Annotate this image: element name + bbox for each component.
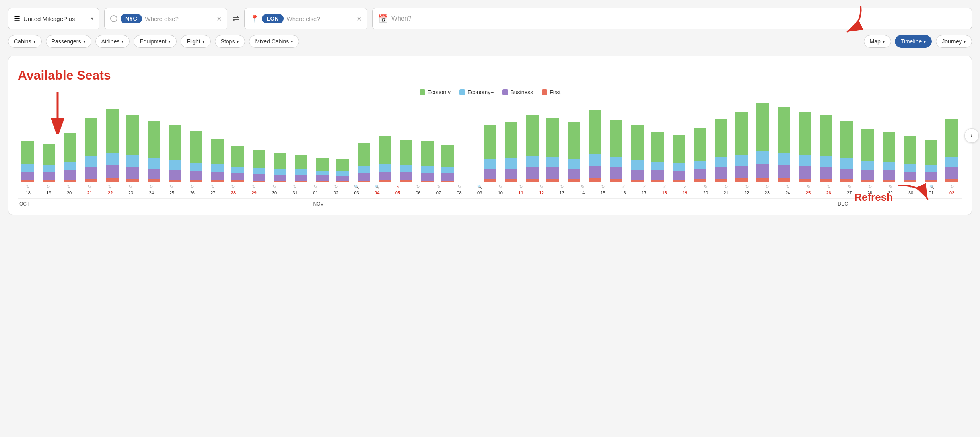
bar-action-icon[interactable]: ✓: [675, 185, 695, 189]
bar-column[interactable]: [291, 155, 311, 182]
bar-column[interactable]: [354, 143, 374, 182]
bar-action-icon[interactable]: ✓: [655, 185, 675, 189]
bar-column[interactable]: [312, 158, 332, 182]
destination-input[interactable]: 📍 LON Where else? ✕: [244, 8, 368, 29]
date-label[interactable]: 27: [839, 190, 859, 195]
bar-column[interactable]: [249, 150, 269, 182]
bar-action-icon[interactable]: ↻: [18, 185, 38, 189]
date-label[interactable]: 04: [367, 190, 387, 195]
bar-column[interactable]: [858, 129, 878, 182]
bar-column[interactable]: [669, 135, 689, 182]
filter-passengers[interactable]: Passengers ▾: [46, 35, 91, 48]
bar-action-icon[interactable]: ↻: [429, 185, 449, 189]
bar-action-icon[interactable]: ✕: [388, 185, 408, 189]
origin-input[interactable]: NYC Where else? ✕: [104, 8, 228, 29]
filter-map[interactable]: Map ▾: [864, 35, 891, 48]
bar-column[interactable]: [501, 122, 521, 182]
date-label[interactable]: 02: [326, 190, 346, 195]
bar-action-icon[interactable]: ↻: [881, 185, 901, 189]
date-label[interactable]: 01: [305, 190, 326, 195]
bar-column[interactable]: [732, 112, 752, 182]
date-label[interactable]: 10: [490, 190, 511, 195]
date-label[interactable]: 02: [941, 190, 962, 195]
date-label[interactable]: 27: [202, 190, 223, 195]
date-label[interactable]: 24: [778, 190, 798, 195]
date-label[interactable]: 24: [141, 190, 162, 195]
date-label[interactable]: 18: [654, 190, 675, 195]
program-selector[interactable]: ☰ United MileagePlus ▾: [8, 8, 99, 29]
bar-column[interactable]: [795, 112, 815, 182]
bar-action-icon[interactable]: ↻: [696, 185, 716, 189]
bar-column[interactable]: [837, 121, 857, 182]
date-label[interactable]: 09: [469, 190, 490, 195]
next-button[interactable]: ›: [964, 128, 979, 143]
destination-clear-button[interactable]: ✕: [356, 15, 362, 23]
bar-column[interactable]: [648, 132, 668, 182]
bar-action-icon[interactable]: ↻: [799, 185, 819, 189]
bar-column[interactable]: [375, 136, 395, 182]
bar-action-icon[interactable]: ↻: [758, 185, 778, 189]
date-label[interactable]: 22: [100, 190, 121, 195]
bar-column[interactable]: [60, 133, 80, 182]
bar-column[interactable]: [39, 144, 59, 182]
bar-action-icon[interactable]: ↻: [490, 185, 510, 189]
date-label[interactable]: 23: [757, 190, 778, 195]
bar-action-icon[interactable]: 🔍: [922, 185, 942, 189]
filter-cabins[interactable]: Cabins ▾: [8, 35, 42, 48]
date-label[interactable]: 21: [80, 190, 100, 195]
filter-airlines[interactable]: Airlines ▾: [95, 35, 130, 48]
bar-column[interactable]: [207, 139, 227, 182]
bar-column[interactable]: [543, 118, 563, 182]
filter-timeline[interactable]: Timeline ▾: [895, 35, 932, 48]
date-label[interactable]: 30: [264, 190, 285, 195]
bar-action-icon[interactable]: ↻: [716, 185, 736, 189]
bar-action-icon[interactable]: 🔍: [347, 185, 367, 189]
date-label[interactable]: 21: [716, 190, 737, 195]
bar-column[interactable]: [942, 119, 962, 182]
bar-column[interactable]: [165, 125, 185, 182]
date-label[interactable]: 07: [428, 190, 449, 195]
date-label[interactable]: 19: [39, 190, 59, 195]
filter-flight[interactable]: Flight ▾: [181, 35, 210, 48]
bar-action-icon[interactable]: ↻: [80, 185, 99, 189]
date-label[interactable]: 29: [880, 190, 901, 195]
bar-column[interactable]: [585, 110, 605, 182]
bar-column[interactable]: [627, 125, 647, 182]
date-label[interactable]: 15: [593, 190, 613, 195]
filter-equipment[interactable]: Equipment ▾: [134, 35, 177, 48]
bar-action-icon[interactable]: ↻: [901, 185, 921, 189]
bar-column[interactable]: [711, 119, 731, 182]
bar-column[interactable]: [228, 146, 248, 182]
swap-button[interactable]: ⇌: [232, 14, 239, 24]
date-label[interactable]: 11: [511, 190, 531, 195]
bar-action-icon[interactable]: ✓: [614, 185, 634, 189]
date-label[interactable]: 30: [900, 190, 921, 195]
bar-action-icon[interactable]: ↻: [285, 185, 305, 189]
bar-action-icon[interactable]: ↻: [121, 185, 140, 189]
date-label[interactable]: 20: [695, 190, 716, 195]
bar-action-icon[interactable]: ↻: [573, 185, 593, 189]
filter-stops[interactable]: Stops ▾: [215, 35, 245, 48]
date-label[interactable]: 14: [572, 190, 593, 195]
bar-column[interactable]: [480, 125, 500, 182]
date-label[interactable]: 28: [223, 190, 244, 195]
date-label[interactable]: 12: [531, 190, 552, 195]
bar-action-icon[interactable]: ↻: [552, 185, 572, 189]
date-label[interactable]: 18: [18, 190, 39, 195]
bar-action-icon[interactable]: 🔍: [367, 185, 387, 189]
bar-action-icon[interactable]: ↻: [449, 185, 469, 189]
date-label[interactable]: 16: [613, 190, 634, 195]
bar-action-icon[interactable]: ↻: [264, 185, 284, 189]
bar-action-icon[interactable]: ↻: [737, 185, 757, 189]
bar-action-icon[interactable]: ↻: [531, 185, 551, 189]
date-label[interactable]: 25: [161, 190, 182, 195]
bar-action-icon[interactable]: ↻: [141, 185, 161, 189]
bar-action-icon[interactable]: ↻: [408, 185, 428, 189]
date-label[interactable]: 17: [634, 190, 654, 195]
date-label[interactable]: 13: [552, 190, 572, 195]
bar-column[interactable]: [816, 115, 836, 182]
bar-column[interactable]: [879, 132, 899, 182]
bar-column[interactable]: [81, 118, 101, 182]
bar-column[interactable]: [18, 141, 38, 182]
bar-column[interactable]: [522, 115, 542, 182]
